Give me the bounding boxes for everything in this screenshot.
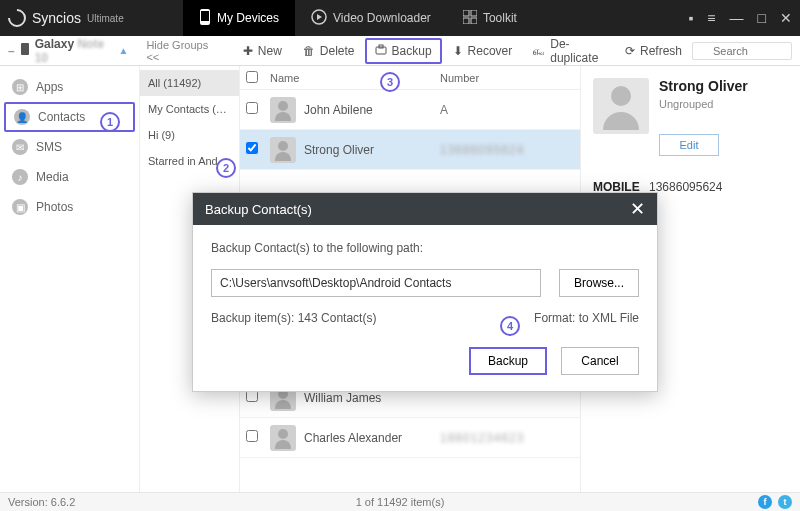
backup-icon	[375, 44, 387, 59]
backup-items-label: Backup item(s): 143 Contact(s)	[211, 311, 376, 325]
svg-rect-1	[201, 11, 209, 21]
detail-avatar	[593, 78, 649, 134]
annotation-3: 3	[380, 72, 400, 92]
table-row[interactable]: John Abilene A	[240, 90, 580, 130]
dialog-cancel-button[interactable]: Cancel	[561, 347, 639, 375]
browse-button[interactable]: Browse...	[559, 269, 639, 297]
apps-icon: ⊞	[12, 79, 28, 95]
row-checkbox[interactable]	[246, 142, 258, 154]
app-logo: Syncios Ultimate	[8, 9, 183, 27]
select-all-checkbox[interactable]	[246, 71, 258, 83]
device-name: Galaxy Note 10	[35, 37, 113, 65]
syncios-logo-icon	[4, 5, 29, 30]
refresh-icon: ⟳	[625, 44, 635, 58]
svg-rect-7	[21, 43, 29, 55]
annotation-2: 2	[216, 158, 236, 178]
tab-my-devices[interactable]: My Devices	[183, 0, 295, 36]
maximize-icon[interactable]: □	[758, 10, 766, 26]
feedback-icon[interactable]: ▪	[688, 10, 693, 26]
table-row[interactable]: Charles Alexander 18801234623	[240, 418, 580, 458]
contacts-icon: 👤	[14, 109, 30, 125]
col-number[interactable]: Number	[434, 72, 580, 84]
tab-toolkit[interactable]: Toolkit	[447, 0, 533, 36]
avatar-icon	[270, 97, 296, 123]
dialog-backup-button[interactable]: Backup	[469, 347, 547, 375]
eject-icon[interactable]: ▲	[119, 45, 129, 56]
trash-icon: 🗑	[303, 44, 315, 58]
status-bar: Version: 6.6.2 1 of 11492 item(s) f t	[0, 492, 800, 511]
backup-path-input[interactable]	[211, 269, 541, 297]
tab-label: Toolkit	[483, 11, 517, 25]
grid-icon	[463, 10, 477, 27]
backup-button[interactable]: Backup	[365, 38, 442, 64]
col-name[interactable]: Name	[264, 72, 434, 84]
table-row[interactable]: Strong Oliver 13686095624	[240, 130, 580, 170]
row-checkbox[interactable]	[246, 430, 258, 442]
device-toolbar: – Galaxy Note 10 ▲ Hide Groups << ✚New 🗑…	[0, 36, 800, 66]
avatar-icon	[270, 137, 296, 163]
sidebar-item-apps[interactable]: ⊞Apps	[0, 72, 139, 102]
annotation-1: 1	[100, 112, 120, 132]
backup-dialog: Backup Contact(s) ✕ Backup Contact(s) to…	[192, 192, 658, 392]
tab-video-downloader[interactable]: Video Downloader	[295, 0, 447, 36]
edit-button[interactable]: Edit	[659, 134, 719, 156]
svg-rect-4	[471, 10, 477, 16]
delete-button[interactable]: 🗑Delete	[292, 36, 365, 65]
device-selector[interactable]: – Galaxy Note 10 ▲	[0, 37, 136, 65]
sidebar-item-media[interactable]: ♪Media	[0, 162, 139, 192]
version-label: Version: 6.6.2	[8, 496, 75, 508]
action-toolbar: ✚New 🗑Delete Backup ⬇Recover ௷De-duplica…	[232, 36, 692, 65]
app-name: Syncios	[32, 10, 81, 26]
mobile-value: 13686095624	[649, 180, 722, 194]
item-count: 1 of 11492 item(s)	[356, 496, 445, 508]
hide-groups-toggle[interactable]: Hide Groups <<	[136, 39, 231, 63]
group-all[interactable]: All (11492)	[140, 70, 239, 96]
refresh-button[interactable]: ⟳Refresh	[614, 36, 692, 65]
svg-rect-6	[471, 18, 477, 24]
dialog-body: Backup Contact(s) to the following path:…	[193, 225, 657, 391]
deduplicate-button[interactable]: ௷De-duplicate	[522, 36, 614, 65]
download-icon: ⬇	[453, 44, 463, 58]
list-header: Name Number	[240, 66, 580, 90]
left-sidebar: ⊞Apps 👤Contacts ✉SMS ♪Media ▣Photos	[0, 66, 140, 492]
phone-icon	[199, 9, 211, 28]
plus-icon: ✚	[243, 44, 253, 58]
annotation-4: 4	[500, 316, 520, 336]
dialog-close-icon[interactable]: ✕	[630, 198, 645, 220]
window-controls: ▪ ≡ — □ ✕	[688, 10, 792, 26]
titlebar: Syncios Ultimate My Devices Video Downlo…	[0, 0, 800, 36]
svg-rect-5	[463, 18, 469, 24]
phone-small-icon	[21, 43, 29, 58]
row-checkbox[interactable]	[246, 102, 258, 114]
tab-label: Video Downloader	[333, 11, 431, 25]
new-button[interactable]: ✚New	[232, 36, 292, 65]
dialog-titlebar: Backup Contact(s) ✕	[193, 193, 657, 225]
dedup-icon: ௷	[533, 44, 545, 58]
search-box[interactable]	[692, 42, 792, 60]
group-my-contacts[interactable]: My Contacts (6835)	[140, 96, 239, 122]
minimize-icon[interactable]: —	[730, 10, 744, 26]
recover-button[interactable]: ⬇Recover	[442, 36, 523, 65]
backup-format-label: Format: to XML File	[534, 311, 639, 325]
play-icon	[311, 9, 327, 28]
app-edition: Ultimate	[87, 13, 124, 24]
twitter-icon[interactable]: t	[778, 495, 792, 509]
dialog-instruction: Backup Contact(s) to the following path:	[211, 241, 639, 255]
svg-rect-3	[463, 10, 469, 16]
avatar-icon	[270, 425, 296, 451]
close-icon[interactable]: ✕	[780, 10, 792, 26]
facebook-icon[interactable]: f	[758, 495, 772, 509]
dialog-title: Backup Contact(s)	[205, 202, 312, 217]
sms-icon: ✉	[12, 139, 28, 155]
sidebar-item-sms[interactable]: ✉SMS	[0, 132, 139, 162]
top-tabs: My Devices Video Downloader Toolkit	[183, 0, 533, 36]
tab-label: My Devices	[217, 11, 279, 25]
menu-icon[interactable]: ≡	[707, 10, 715, 26]
photos-icon: ▣	[12, 199, 28, 215]
social-links: f t	[758, 495, 792, 509]
sidebar-item-photos[interactable]: ▣Photos	[0, 192, 139, 222]
search-input[interactable]	[692, 42, 792, 60]
media-icon: ♪	[12, 169, 28, 185]
group-hi[interactable]: Hi (9)	[140, 122, 239, 148]
